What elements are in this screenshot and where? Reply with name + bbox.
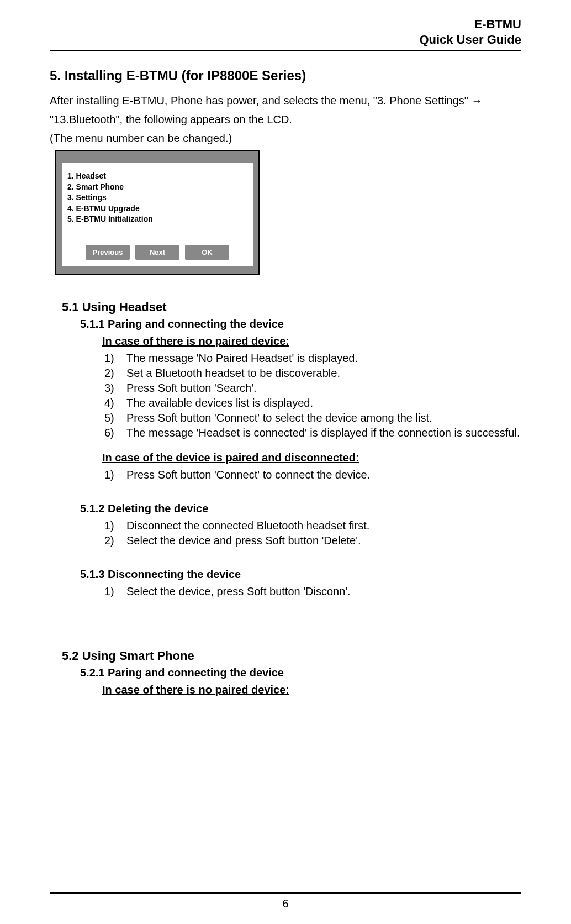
heading-5-1: 5.1 Using Headset: [62, 300, 521, 314]
steps-list-paired-disconnected: 1)Press Soft button 'Connect' to connect…: [102, 468, 521, 482]
footer-rule: [50, 893, 521, 894]
heading-5-1-1: 5.1.1 Paring and connecting the device: [80, 318, 521, 330]
step-text: The message 'Headset is connected' is di…: [126, 426, 521, 440]
intro-line-3: (The menu number can be changed.): [50, 131, 521, 145]
case-no-paired-heading: In case of there is no paired device:: [102, 335, 521, 348]
step-text: Press Soft button 'Search'.: [126, 381, 521, 396]
intro-line-2: "13.Bluetooth", the following appears on…: [50, 112, 521, 127]
step-number: 1): [102, 468, 126, 482]
step-text: Select the device, press Soft button 'Di…: [126, 584, 521, 599]
lcd-ok-button: OK: [185, 245, 229, 260]
doc-title-line1: E-BTMU: [50, 17, 521, 32]
step-item: 2)Select the device and press Soft butto…: [102, 533, 521, 548]
step-item: 5)Press Soft button 'Connect' to select …: [102, 411, 521, 426]
step-item: 1)Disconnect the connected Bluetooth hea…: [102, 518, 521, 533]
step-number: 5): [102, 411, 126, 426]
step-item: 4)The available devices list is displaye…: [102, 396, 521, 411]
lcd-next-button: Next: [135, 245, 179, 260]
header-rule: [50, 50, 521, 51]
step-number: 2): [102, 533, 126, 548]
doc-header: E-BTMU Quick User Guide: [50, 17, 521, 50]
step-text: The message 'No Paired Headset' is displ…: [126, 351, 521, 366]
step-item: 3)Press Soft button 'Search'.: [102, 381, 521, 396]
steps-list-deleting: 1)Disconnect the connected Bluetooth hea…: [102, 518, 521, 548]
lcd-screen: 1. Headset 2. Smart Phone 3. Settings 4.…: [62, 163, 253, 266]
case-smartphone-no-paired-heading: In case of there is no paired device:: [102, 684, 521, 696]
step-number: 2): [102, 366, 126, 381]
step-text: Disconnect the connected Bluetooth heads…: [126, 518, 521, 533]
step-text: Press Soft button 'Connect' to connect t…: [126, 468, 521, 482]
step-item: 2)Set a Bluetooth headset to be discover…: [102, 366, 521, 381]
intro-line-1: After installing E-BTMU, Phone has power…: [50, 93, 521, 108]
lcd-menu-item: 5. E-BTMU Initialization: [67, 214, 247, 225]
steps-list-no-paired: 1)The message 'No Paired Headset' is dis…: [102, 351, 521, 440]
step-item: 1)Select the device, press Soft button '…: [102, 584, 521, 599]
step-text: Press Soft button 'Connect' to select th…: [126, 411, 521, 426]
step-number: 6): [102, 426, 126, 440]
lcd-menu-item: 4. E-BTMU Upgrade: [67, 203, 247, 214]
step-item: 1)The message 'No Paired Headset' is dis…: [102, 351, 521, 366]
lcd-menu-item: 3. Settings: [67, 192, 247, 203]
step-text: Set a Bluetooth headset to be discoverab…: [126, 366, 521, 381]
step-number: 3): [102, 381, 126, 396]
step-number: 1): [102, 584, 126, 599]
lcd-previous-button: Previous: [86, 245, 130, 260]
heading-5-2: 5.2 Using Smart Phone: [62, 649, 521, 663]
step-number: 1): [102, 351, 126, 366]
step-number: 1): [102, 518, 126, 533]
heading-5-1-3: 5.1.3 Disconnecting the device: [80, 568, 521, 581]
step-text: The available devices list is displayed.: [126, 396, 521, 411]
step-item: 6)The message 'Headset is connected' is …: [102, 426, 521, 440]
heading-5-2-1: 5.2.1 Paring and connecting the device: [80, 666, 521, 679]
section-title: 5. Installing E-BTMU (for IP8800E Series…: [50, 68, 521, 83]
steps-list-disconnecting: 1)Select the device, press Soft button '…: [102, 584, 521, 599]
step-number: 4): [102, 396, 126, 411]
step-text: Select the device and press Soft button …: [126, 533, 521, 548]
lcd-mockup: 1. Headset 2. Smart Phone 3. Settings 4.…: [55, 150, 260, 275]
lcd-menu-item: 2. Smart Phone: [67, 182, 247, 193]
step-item: 1)Press Soft button 'Connect' to connect…: [102, 468, 521, 482]
page-number: 6: [0, 897, 571, 910]
doc-title-line2: Quick User Guide: [50, 32, 521, 48]
case-paired-disconnected-heading: In case of the device is paired and disc…: [102, 452, 521, 464]
lcd-softkey-row: Previous Next OK: [67, 245, 247, 262]
heading-5-1-2: 5.1.2 Deleting the device: [80, 502, 521, 515]
lcd-menu-item: 1. Headset: [67, 171, 247, 182]
